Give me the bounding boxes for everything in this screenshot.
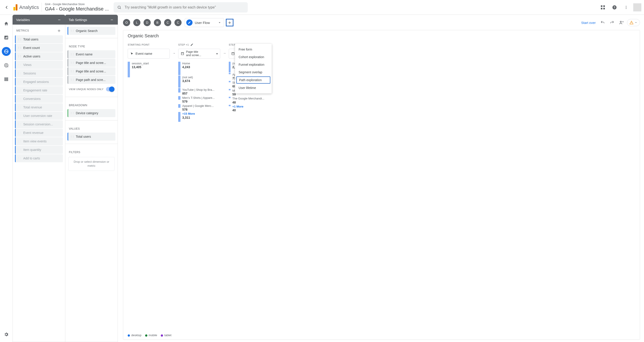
product-name: Analytics bbox=[19, 4, 39, 10]
menu-item[interactable]: Segment overlap bbox=[235, 68, 272, 76]
mini-tab[interactable]: B bbox=[154, 19, 161, 26]
metric-chip[interactable]: ⋮⋮Engagement rate bbox=[15, 86, 63, 94]
svg-rect-2 bbox=[603, 5, 605, 7]
path-node[interactable]: The Google Merchandi...48 bbox=[229, 97, 264, 104]
variables-panel-header: Variables － bbox=[12, 15, 65, 24]
more-icon[interactable] bbox=[622, 3, 630, 12]
node-value: 857 bbox=[182, 92, 214, 96]
metric-chip[interactable]: ⋮⋮Event revenue bbox=[15, 129, 63, 137]
node-types-list: ⋮⋮Event name⋮⋮Page title and scree...⋮⋮P… bbox=[65, 50, 118, 84]
path-node[interactable]: Apparel | Google Merc...578 bbox=[178, 104, 220, 112]
chip-label: User conversion rate bbox=[23, 114, 52, 118]
path-node[interactable]: session_start13,405 bbox=[128, 62, 170, 77]
metric-chip[interactable]: ⋮⋮Add to carts bbox=[15, 154, 63, 162]
edit-step-icon[interactable] bbox=[190, 43, 194, 46]
grip-icon: ⋮⋮ bbox=[70, 70, 74, 73]
report-area: Organic Search STARTING POINT Event name… bbox=[123, 30, 640, 340]
metric-chip[interactable]: ⋮⋮Item view events bbox=[15, 137, 63, 145]
mini-tab[interactable]: O bbox=[123, 19, 130, 26]
menu-item[interactable]: Cohort exploration bbox=[235, 53, 272, 61]
node-bar bbox=[178, 76, 180, 88]
metric-chip[interactable]: ⋮⋮Total revenue bbox=[15, 103, 63, 111]
node-type-header: NODE TYPE bbox=[69, 45, 85, 48]
nav-configure-icon[interactable] bbox=[2, 75, 11, 84]
collapse-button[interactable]: － bbox=[109, 16, 114, 23]
metric-chip[interactable]: ⋮⋮Total users bbox=[15, 35, 63, 43]
nav-advertising-icon[interactable] bbox=[2, 61, 11, 70]
node-type-chip[interactable]: ⋮⋮Page title and scree... bbox=[68, 59, 116, 67]
start-over-button[interactable]: Start over bbox=[581, 21, 596, 24]
add-metric-button[interactable]: ＋ bbox=[56, 28, 62, 33]
metric-chip[interactable]: ⋮⋮Views bbox=[15, 61, 63, 69]
chip-label: Views bbox=[23, 63, 32, 66]
sampling-pill[interactable] bbox=[627, 19, 640, 26]
legend-item: desktop bbox=[128, 334, 142, 337]
user-avatar[interactable] bbox=[633, 3, 641, 12]
path-node[interactable]: +15 More3,311 bbox=[178, 112, 220, 122]
filters-dropzone[interactable]: Drop or select dimension or metric bbox=[68, 157, 114, 171]
menu-item[interactable]: Path exploration bbox=[236, 76, 270, 84]
metric-chip[interactable]: ⋮⋮Engaged sessions bbox=[15, 78, 63, 86]
apps-icon[interactable] bbox=[598, 3, 607, 12]
canvas-toolbar: OLDBCC User Flow ＋ Start over bbox=[123, 17, 640, 28]
segment-chip[interactable]: ⋮⋮ Organic Search bbox=[68, 27, 116, 35]
metric-chip[interactable]: ⋮⋮Item quantity bbox=[15, 146, 63, 154]
path-node[interactable]: YouTube | Shop by Bra...857 bbox=[178, 88, 220, 96]
undo-button[interactable] bbox=[599, 19, 606, 26]
metric-chip[interactable]: ⋮⋮Session conversion... bbox=[15, 120, 63, 128]
active-tab[interactable]: User Flow bbox=[185, 18, 224, 27]
path-node[interactable]: (not set)3,674 bbox=[178, 76, 220, 88]
chip-label: Total users bbox=[23, 38, 38, 41]
nav-explore-icon[interactable] bbox=[2, 47, 11, 56]
mini-tab[interactable]: C bbox=[174, 19, 182, 26]
path-node[interactable]: Home4,243 bbox=[178, 62, 220, 75]
add-tab-button[interactable]: ＋ bbox=[226, 19, 234, 26]
path-node[interactable]: +1 More40 bbox=[229, 105, 264, 112]
menu-item[interactable]: Funnel exploration bbox=[235, 61, 272, 68]
back-button[interactable] bbox=[3, 3, 11, 12]
nav-admin-icon[interactable] bbox=[2, 330, 11, 339]
node-type-chip[interactable]: ⋮⋮Page title and scree... bbox=[68, 67, 116, 75]
nav-home-icon[interactable] bbox=[2, 19, 11, 28]
grip-icon: ⋮⋮ bbox=[18, 132, 22, 134]
redo-button[interactable] bbox=[608, 19, 616, 26]
node-bar bbox=[128, 62, 130, 77]
search-bar[interactable] bbox=[114, 2, 248, 12]
metric-chip[interactable]: ⋮⋮Event count bbox=[15, 44, 63, 52]
segment-label: Organic Search bbox=[76, 29, 98, 33]
values-chip[interactable]: ⋮⋮ Total users bbox=[68, 132, 116, 140]
variables-panel: Variables － METRICS ＋ ⋮⋮Total users⋮⋮Eve… bbox=[12, 15, 65, 342]
node-value: 13,405 bbox=[132, 65, 149, 69]
property-name: GA4 - Google Merchandise ... bbox=[45, 6, 109, 12]
account-switcher[interactable]: GA4 - Google Merchandise Store GA4 - Goo… bbox=[42, 3, 109, 12]
node-value: 48 bbox=[232, 100, 264, 104]
nav-reports-icon[interactable] bbox=[2, 33, 11, 42]
metric-chip[interactable]: ⋮⋮Conversions bbox=[15, 95, 63, 103]
menu-item[interactable]: User lifetime bbox=[235, 84, 272, 92]
metric-chip[interactable]: ⋮⋮Sessions bbox=[15, 69, 63, 77]
unique-nodes-toggle[interactable] bbox=[106, 87, 114, 92]
step-header: STEP +1 bbox=[178, 43, 189, 46]
active-tab-name: User Flow bbox=[195, 21, 210, 24]
help-icon[interactable]: ? bbox=[610, 3, 619, 12]
step0-selector[interactable]: Event name bbox=[128, 49, 170, 58]
menu-item[interactable]: Free form bbox=[235, 46, 272, 53]
search-input[interactable] bbox=[124, 5, 244, 10]
grip-icon: ⋮⋮ bbox=[18, 148, 22, 151]
step1-selector[interactable]: Page title and scree... ▾ bbox=[178, 49, 220, 58]
node-type-chip[interactable]: ⋮⋮Event name bbox=[68, 50, 116, 58]
metric-chip[interactable]: ⋮⋮User conversion rate bbox=[15, 112, 63, 120]
collapse-button[interactable]: － bbox=[57, 16, 62, 23]
breakdown-chip[interactable]: ⋮⋮ Device category bbox=[68, 109, 116, 117]
node-label: Men's T-Shirts | Appare... bbox=[182, 96, 215, 100]
metric-chip[interactable]: ⋮⋮Active users bbox=[15, 52, 63, 60]
path-node[interactable]: Men's T-Shirts | Appare...579 bbox=[178, 96, 220, 104]
mini-tab[interactable]: L bbox=[133, 19, 140, 26]
node-type-chip[interactable]: ⋮⋮Page path and scre... bbox=[68, 76, 116, 84]
grip-icon: ⋮⋮ bbox=[18, 80, 22, 84]
product-logo[interactable]: Analytics bbox=[14, 4, 39, 10]
mini-tab[interactable]: C bbox=[164, 19, 171, 26]
chip-label: Total revenue bbox=[23, 106, 42, 109]
mini-tab[interactable]: D bbox=[144, 19, 151, 26]
share-button[interactable] bbox=[618, 19, 625, 26]
